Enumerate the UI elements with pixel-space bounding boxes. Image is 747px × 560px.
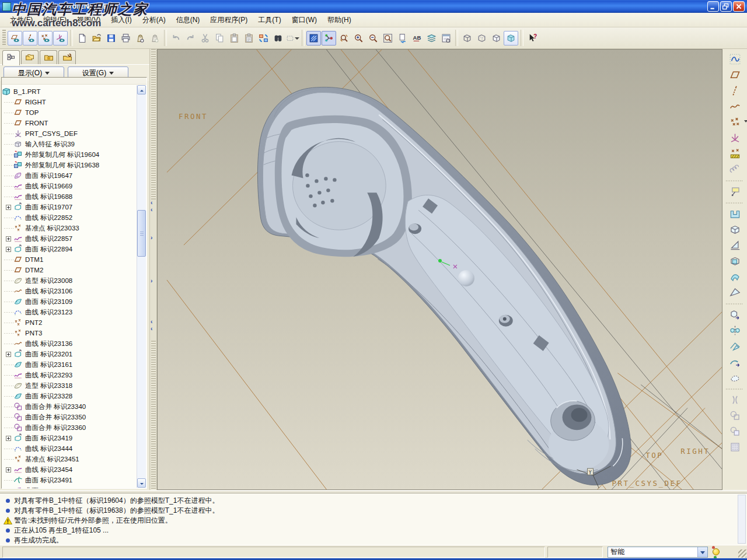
spin-center-toggle[interactable] <box>337 31 351 46</box>
mirror-tool[interactable] <box>727 323 743 338</box>
tree-item[interactable]: 曲面 标识23201 <box>2 349 137 359</box>
analysis-tool[interactable] <box>727 162 743 177</box>
trim-tool[interactable] <box>727 338 743 354</box>
tree-item[interactable]: 曲面合并 标识23360 <box>2 422 137 433</box>
sweep-tool[interactable] <box>727 237 743 253</box>
tree-item[interactable]: 外部复制几何 标识19638 <box>2 160 137 170</box>
tree-item[interactable]: 曲面 标识23419 <box>2 433 137 443</box>
tree-item[interactable]: 外部复制几何 标识19604 <box>2 149 137 160</box>
solidify-tool[interactable] <box>727 439 743 455</box>
tree-item[interactable]: RIGHT <box>2 97 137 107</box>
find-button[interactable] <box>271 31 285 46</box>
sketched-curve-tool[interactable] <box>727 51 743 67</box>
expand-plus-icon[interactable] <box>6 467 11 473</box>
favorites-tab[interactable] <box>40 50 57 64</box>
model-tree-scrollbar[interactable] <box>137 85 146 488</box>
graphics-area[interactable]: FRONT TOP RIGHT PRT_CSYS_DEF Y <box>157 49 722 490</box>
tree-item[interactable]: 曲线 标识22852 <box>2 212 137 223</box>
menu-5[interactable]: 分析(A) <box>137 13 171 27</box>
new-file-button[interactable] <box>75 31 89 46</box>
datum-axis-tool[interactable] <box>727 83 743 99</box>
restore-button[interactable] <box>720 1 732 12</box>
selection-filter-combo[interactable]: 智能 <box>608 547 708 558</box>
zoom-out-button[interactable] <box>366 31 381 46</box>
tree-item[interactable]: 基准点 标识23033 <box>2 223 137 233</box>
expand-plus-icon[interactable] <box>6 236 11 242</box>
offset-point-tool[interactable] <box>727 146 743 162</box>
layers-button[interactable] <box>424 31 439 46</box>
save-file-button[interactable] <box>104 31 118 46</box>
scroll-down-button[interactable] <box>137 478 146 488</box>
menu-3[interactable]: 视图(V) <box>72 13 106 27</box>
zoom-in-button[interactable] <box>351 31 366 46</box>
tree-item[interactable]: 曲线 标识23293 <box>2 370 137 380</box>
datum-point-display-toggle[interactable] <box>38 31 53 46</box>
tree-item[interactable]: 曲线 标识19669 <box>2 181 137 191</box>
tree-item[interactable]: DTM1 <box>2 254 137 265</box>
wireframe-display-button[interactable] <box>460 31 474 46</box>
tree-item[interactable]: TOP <box>2 107 137 118</box>
open-file-button[interactable] <box>89 31 104 46</box>
view-manager-button[interactable] <box>439 31 453 46</box>
blend-tool[interactable] <box>727 253 743 269</box>
tree-item[interactable]: 曲线 标识23454 <box>2 464 137 475</box>
sash-collapse-icon[interactable]: ‹ <box>151 200 152 206</box>
pattern-tool[interactable] <box>727 424 743 439</box>
tree-item[interactable]: FRONT <box>2 118 137 128</box>
boundary-blend-tool[interactable] <box>727 269 743 285</box>
expand-plus-icon[interactable] <box>6 247 11 252</box>
shaded-display-button[interactable] <box>504 31 518 46</box>
tree-item[interactable]: 曲面 标识19647 <box>2 170 137 181</box>
paste-special-button[interactable] <box>242 31 256 46</box>
regeneration-status-icon[interactable] <box>711 546 721 558</box>
tree-item[interactable]: 输入特征 标识39 <box>2 139 137 149</box>
datum-plane-display-toggle[interactable] <box>8 31 22 46</box>
tree-item[interactable]: PNT2 <box>2 317 137 328</box>
sash-expand-icon[interactable]: › <box>151 235 152 241</box>
tree-item[interactable]: 造型 标识23318 <box>2 380 137 391</box>
tree-item[interactable]: 曲线 标识23123 <box>2 307 137 317</box>
copy-geometry-tool[interactable] <box>727 307 743 323</box>
tree-item[interactable]: 造型 标识23008 <box>2 275 137 286</box>
paste-button[interactable] <box>227 31 242 46</box>
tree-item[interactable]: DTM2 <box>2 265 137 275</box>
menu-8[interactable]: 工具(T) <box>253 13 286 27</box>
context-help-button[interactable]: ? <box>525 31 540 46</box>
panel-splitter[interactable]: ‹ ‹ › › ‹ ‹ <box>149 49 157 490</box>
model-tree-tab[interactable] <box>2 50 20 65</box>
datum-csys-display-toggle[interactable] <box>53 31 68 46</box>
sash-expand-icon[interactable]: › <box>151 278 152 284</box>
dropdown-arrow-icon[interactable] <box>744 120 747 124</box>
selection-filter-toggle[interactable] <box>322 31 336 46</box>
tree-item[interactable]: 曲面 标识23161 <box>2 359 137 370</box>
tree-item[interactable]: PNT3 <box>2 328 137 338</box>
tree-item[interactable]: 曲面 <box>2 485 137 488</box>
datum-csys-tool[interactable] <box>727 130 743 146</box>
fill-tool[interactable] <box>727 370 743 386</box>
menu-2[interactable]: 编辑(E) <box>38 13 72 27</box>
hidden-line-display-button[interactable] <box>474 31 489 46</box>
tree-item[interactable]: 曲线 标识23106 <box>2 286 137 296</box>
datum-plane-tool[interactable] <box>727 67 743 83</box>
reorient-button[interactable] <box>395 31 410 46</box>
tree-item[interactable]: 曲面 标识23491 <box>2 475 137 485</box>
scroll-up-button[interactable] <box>137 85 146 94</box>
annotation-button[interactable]: AB <box>410 31 424 46</box>
select-box-button[interactable] <box>285 31 300 46</box>
sketcher-display-toggle[interactable] <box>306 31 321 46</box>
message-scrollbar[interactable] <box>738 495 746 544</box>
tree-item[interactable]: 曲面 标识22894 <box>2 244 137 254</box>
tree-item[interactable]: 曲面合并 标识23340 <box>2 401 137 412</box>
regenerate-button[interactable] <box>256 31 271 46</box>
datum-point-tool[interactable] <box>727 114 743 130</box>
tree-item[interactable]: B_1.PRT <box>2 86 137 97</box>
menu-4[interactable]: 插入(I) <box>106 13 137 27</box>
revolve-tool[interactable] <box>727 222 743 237</box>
tree-item[interactable]: 基准点 标识23451 <box>2 454 137 464</box>
extrude-tool[interactable] <box>727 206 743 222</box>
tree-item[interactable]: 曲面合并 标识23350 <box>2 412 137 422</box>
tree-item[interactable]: 曲面 标识23328 <box>2 391 137 401</box>
tree-item[interactable]: 曲线 标识19688 <box>2 191 137 202</box>
scroll-thumb[interactable] <box>137 210 146 257</box>
title-bar[interactable]: B_1 (活动的) - Pro/ENGINEER <box>0 0 747 13</box>
